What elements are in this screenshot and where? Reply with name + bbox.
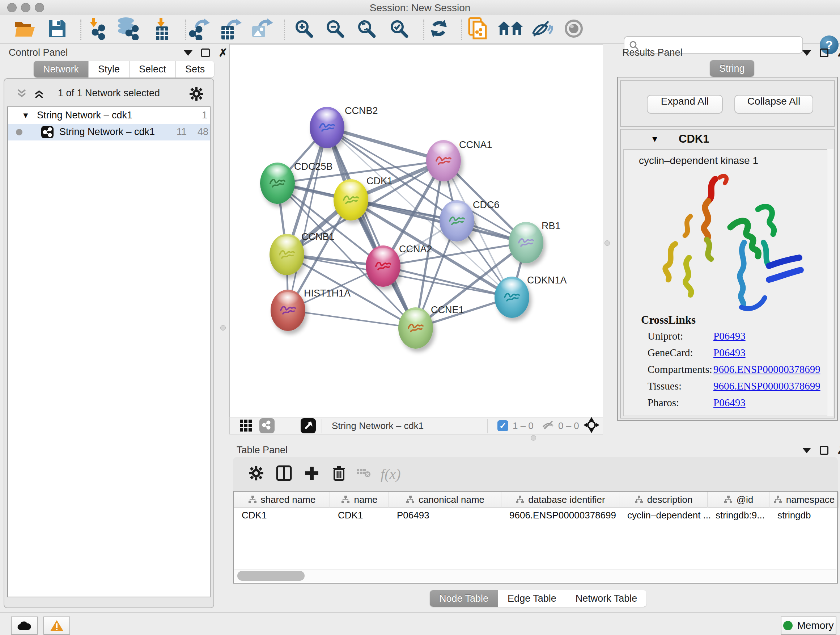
memory-button[interactable]: Memory — [781, 616, 836, 635]
crosslink-link[interactable]: 9606.ENSP00000378699 — [714, 380, 821, 392]
crosslink-link[interactable]: 9606.ENSP00000378699 — [714, 363, 821, 375]
collapse-all-button[interactable]: Collapse All — [734, 95, 813, 114]
zoom-in-button[interactable] — [294, 19, 314, 40]
control-panel-maximize-icon[interactable] — [201, 49, 210, 57]
table-panel-close-icon[interactable]: ✗ — [837, 446, 840, 455]
tab-network[interactable]: Network — [34, 61, 88, 78]
edge-CCNB2-HIST1H1A[interactable] — [288, 127, 327, 310]
table-cell[interactable]: cyclin–dependent ... — [627, 510, 711, 521]
table-panel-maximize-icon[interactable] — [820, 446, 829, 455]
tab-node-table[interactable]: Node Table — [430, 590, 498, 607]
node-CDC6[interactable] — [439, 200, 474, 241]
copy-document-button[interactable] — [468, 17, 489, 42]
crosslink-link[interactable]: P06493 — [714, 347, 745, 359]
tree-expand-icon[interactable]: ▼ — [22, 111, 30, 120]
open-session-button[interactable] — [14, 19, 36, 40]
column-header-@id[interactable]: @id — [707, 492, 769, 508]
node-CCNB1[interactable] — [270, 234, 304, 275]
import-table-button[interactable] — [152, 17, 172, 42]
import-database-button[interactable] — [116, 17, 141, 42]
edge-HIST1H1A-CCNE1[interactable] — [288, 310, 416, 328]
node-CDC25B[interactable] — [260, 163, 295, 204]
edge-CDK1-RB1[interactable] — [351, 200, 526, 242]
node-CCNB2[interactable] — [309, 107, 344, 148]
export-table-button[interactable] — [219, 17, 242, 42]
gene-section-header[interactable]: ▼ CDK1 — [621, 130, 834, 149]
table-horizontal-scrollbar[interactable] — [234, 569, 836, 582]
selected-checkbox-icon[interactable]: ✓ — [497, 420, 508, 431]
network-collection-row[interactable]: ▼ String Network – cdk1 1 — [8, 107, 210, 124]
table-cell[interactable]: stringdb:9... — [715, 510, 765, 521]
warnings-button[interactable] — [43, 616, 70, 635]
results-panel-maximize-icon[interactable] — [820, 49, 829, 57]
table-scrollbar-thumb[interactable] — [237, 571, 305, 581]
selected-counts: 1 – 0 — [513, 420, 534, 432]
table-cell[interactable]: P06493 — [397, 510, 429, 521]
table-cell[interactable]: CDK1 — [242, 510, 267, 521]
node-CDK1[interactable] — [333, 179, 368, 220]
network-share-icon[interactable] — [259, 418, 275, 433]
results-scrollbar[interactable] — [827, 149, 834, 416]
birds-eye-view-icon[interactable] — [584, 417, 600, 434]
bottom-splitter-handle[interactable] — [531, 435, 536, 440]
network-canvas[interactable]: CCNB2 CCNA1 CDC25B CDK1 CDC6 RB1 CCNB1 — [229, 44, 603, 417]
tab-select[interactable]: Select — [129, 61, 176, 78]
hide-selected-button[interactable] — [531, 19, 554, 40]
tab-string[interactable]: String — [710, 60, 754, 77]
delete-column-trash-icon[interactable] — [332, 465, 347, 483]
table-panel-float-icon[interactable] — [802, 448, 811, 453]
show-all-button[interactable] — [563, 19, 584, 40]
grid-view-icon[interactable] — [239, 418, 253, 433]
node-CDKN1A[interactable] — [494, 277, 529, 318]
tab-sets[interactable]: Sets — [176, 61, 214, 78]
node-HIST1H1A[interactable] — [271, 290, 305, 331]
table-cell[interactable]: CDK1 — [338, 510, 363, 521]
table-options-gear-icon[interactable] — [248, 465, 264, 483]
results-panel-float-icon[interactable] — [802, 50, 811, 56]
show-columns-icon[interactable] — [276, 465, 292, 483]
protein-structure-image — [645, 168, 815, 313]
crosslink-link[interactable]: P06493 — [714, 397, 745, 409]
import-network-button[interactable] — [87, 17, 109, 42]
table-cell[interactable]: stringdb — [777, 510, 811, 521]
table-cell[interactable]: 9606.ENSP00000378699 — [509, 510, 616, 521]
tab-edge-table[interactable]: Edge Table — [498, 590, 566, 607]
column-header-description[interactable]: description — [619, 492, 707, 508]
expand-all-button[interactable]: Expand All — [647, 95, 723, 114]
refresh-button[interactable] — [429, 19, 449, 40]
zoom-fit-button[interactable] — [357, 19, 376, 40]
tab-network-table[interactable]: Network Table — [566, 590, 647, 607]
node-CCNE1[interactable] — [398, 307, 433, 348]
node-label-CDK1: CDK1 — [366, 176, 393, 187]
crosslink-link[interactable]: P06493 — [714, 330, 745, 342]
export-image-button[interactable] — [251, 17, 273, 42]
open-in-new-icon[interactable] — [301, 418, 316, 433]
column-header-canonical-name[interactable]: canonical name — [389, 492, 501, 508]
network-row-selected[interactable]: String Network – cdk1 11 48 — [8, 124, 210, 141]
control-panel-float-icon[interactable] — [184, 50, 193, 56]
node-label-CCNA1: CCNA1 — [459, 139, 493, 150]
node-CCNA1[interactable] — [426, 140, 461, 181]
node-RB1[interactable] — [508, 222, 543, 263]
status-bar: Memory — [0, 612, 840, 635]
network-options-gear-icon[interactable] — [189, 86, 204, 101]
right-splitter-handle[interactable] — [605, 241, 610, 246]
column-header-shared-name[interactable]: shared name — [234, 492, 330, 508]
control-panel-close-icon[interactable]: ✗ — [218, 49, 227, 57]
column-header-label: database identifier — [528, 494, 605, 505]
gene-collapse-icon[interactable]: ▼ — [651, 134, 659, 144]
results-panel-close-icon[interactable]: ✗ — [837, 49, 840, 57]
tab-style[interactable]: Style — [88, 61, 129, 78]
column-header-name[interactable]: name — [330, 492, 389, 508]
column-header-namespace[interactable]: namespace — [769, 492, 838, 508]
column-header-database-identifier[interactable]: database identifier — [501, 492, 619, 508]
create-column-plus-icon[interactable] — [304, 465, 320, 483]
save-session-button[interactable] — [47, 19, 67, 40]
export-network-button[interactable] — [188, 17, 210, 42]
cloud-button[interactable] — [11, 616, 38, 635]
first-neighbors-button[interactable] — [498, 19, 523, 40]
zoom-selected-button[interactable] — [389, 19, 409, 40]
left-splitter-handle[interactable] — [220, 325, 226, 331]
zoom-out-button[interactable] — [325, 19, 345, 40]
node-CCNA2[interactable] — [366, 245, 401, 287]
